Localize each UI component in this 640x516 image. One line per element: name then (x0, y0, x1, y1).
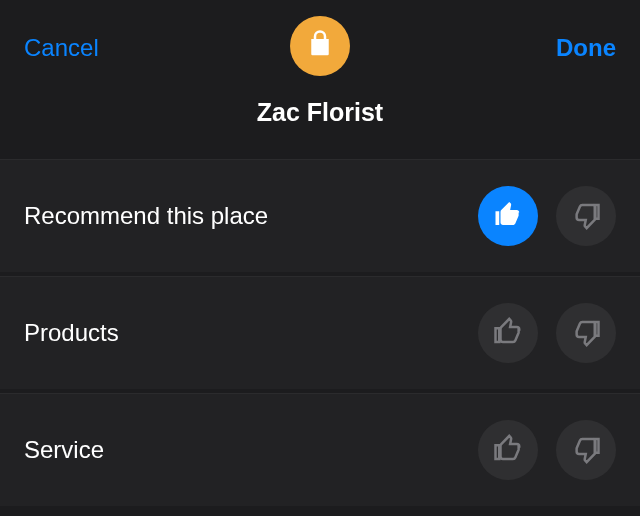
thumbs-down-button[interactable] (556, 303, 616, 363)
thumbs-up-button[interactable] (478, 303, 538, 363)
rating-list: Recommend this place Products (0, 159, 640, 506)
thumbs-down-icon (571, 317, 601, 350)
thumbs-up-icon (493, 434, 523, 467)
thumbs-group (478, 420, 616, 480)
avatar-wrap (290, 16, 350, 76)
thumbs-up-button[interactable] (478, 420, 538, 480)
avatar (290, 16, 350, 76)
header: Cancel Done Zac Florist (0, 0, 640, 145)
row-label: Recommend this place (24, 202, 268, 230)
list-item: Recommend this place (0, 159, 640, 272)
shopping-bag-icon (305, 29, 335, 63)
row-label: Service (24, 436, 104, 464)
list-item: Service (0, 393, 640, 506)
thumbs-group (478, 303, 616, 363)
thumbs-down-icon (571, 434, 601, 467)
thumbs-up-button[interactable] (478, 186, 538, 246)
done-button[interactable]: Done (556, 34, 616, 62)
thumbs-up-icon (493, 200, 523, 233)
list-item: Products (0, 276, 640, 389)
cancel-button[interactable]: Cancel (24, 34, 99, 62)
thumbs-up-icon (493, 317, 523, 350)
row-label: Products (24, 319, 119, 347)
thumbs-down-button[interactable] (556, 420, 616, 480)
thumbs-down-button[interactable] (556, 186, 616, 246)
thumbs-down-icon (571, 200, 601, 233)
page-title: Zac Florist (24, 98, 616, 127)
thumbs-group (478, 186, 616, 246)
